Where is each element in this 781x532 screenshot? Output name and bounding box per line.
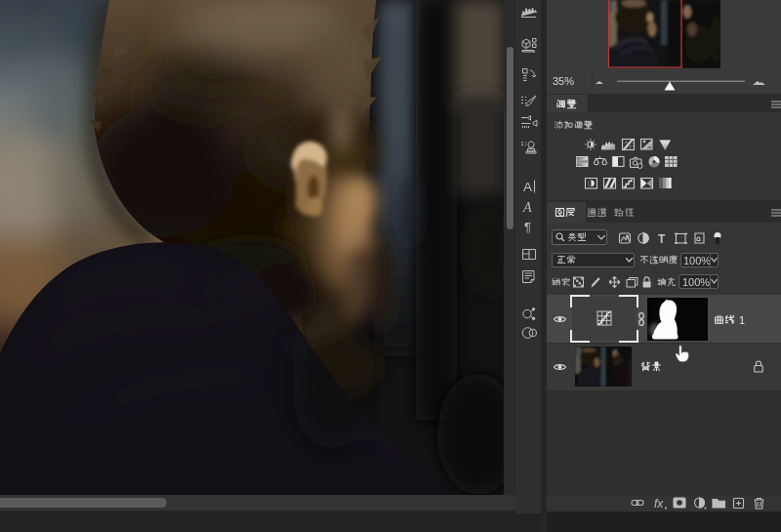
svg-text:A: A	[523, 180, 532, 194]
svg-text:fx: fx	[654, 497, 664, 510]
svg-text:T: T	[658, 232, 666, 245]
svg-text:¶: ¶	[524, 220, 531, 234]
svg-text:A: A	[522, 200, 532, 215]
